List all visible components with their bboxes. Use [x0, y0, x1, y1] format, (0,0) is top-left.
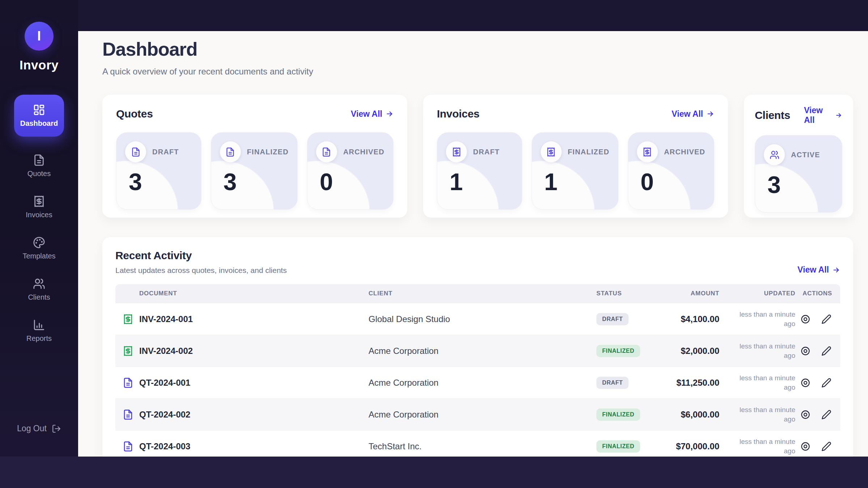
stat-label: ACTIVE: [791, 151, 820, 159]
document-id: INV-2024-001: [139, 314, 369, 324]
stat-value: 3: [224, 168, 289, 196]
sidebar-item-label: Invoices: [26, 211, 52, 219]
arrow-right-icon: [835, 111, 842, 119]
quotes-card-title: Quotes: [116, 108, 153, 120]
activity-table: DOCUMENT CLIENT STATUS AMOUNT UPDATED AC…: [115, 284, 840, 457]
status-badge: DRAFT: [596, 313, 629, 325]
edit-document-button[interactable]: [821, 377, 832, 389]
stat-label: DRAFT: [473, 148, 500, 156]
clients-view-all-link[interactable]: View All: [804, 106, 842, 125]
receipt-icon: [637, 141, 658, 162]
table-row[interactable]: INV-2024-001 Global Design Studio DRAFT …: [115, 303, 840, 335]
sidebar: I Invory Dashboard Quotes Invoices Templ…: [0, 0, 78, 457]
table-row[interactable]: INV-2024-002 Acme Corporation FINALIZED …: [115, 335, 840, 367]
table-row[interactable]: QT-2024-002 Acme Corporation FINALIZED $…: [115, 398, 840, 430]
document-id: QT-2024-003: [139, 441, 369, 451]
stat-value: 0: [320, 168, 384, 196]
activity-view-all-link[interactable]: View All: [797, 265, 840, 275]
page-title: Dashboard: [102, 38, 854, 60]
status-badge: FINALIZED: [596, 345, 640, 357]
eye-icon: [800, 314, 810, 324]
recent-activity-title: Recent Activity: [115, 249, 287, 262]
sidebar-item-label: Clients: [28, 293, 50, 301]
table-header-row: DOCUMENT CLIENT STATUS AMOUNT UPDATED AC…: [115, 284, 840, 303]
users-icon: [33, 278, 45, 290]
stat-value: 3: [767, 171, 833, 198]
invoices-card: Invoices View All DRAFT 1: [423, 95, 728, 218]
amount: $2,000.00: [658, 346, 719, 356]
bottom-bar: [0, 457, 868, 488]
arrow-right-icon: [832, 266, 840, 274]
document-id: INV-2024-002: [139, 346, 369, 356]
column-header-actions: ACTIONS: [795, 290, 840, 297]
sidebar-item-dashboard[interactable]: Dashboard: [14, 95, 64, 137]
document-id: QT-2024-002: [139, 410, 369, 420]
stat-label: FINALIZED: [568, 148, 609, 156]
file-text-icon: [125, 141, 146, 162]
sidebar-item-label: Reports: [26, 334, 52, 343]
eye-icon: [800, 441, 810, 451]
table-row[interactable]: QT-2024-003 TechStart Inc. FINALIZED $70…: [115, 430, 840, 457]
edit-document-button[interactable]: [821, 313, 832, 325]
view-document-button[interactable]: [800, 377, 811, 389]
app-logo-letter: I: [37, 29, 41, 44]
quotes-view-all-link[interactable]: View All: [351, 109, 393, 119]
app-name: Invory: [20, 58, 59, 72]
sidebar-item-quotes[interactable]: Quotes: [27, 154, 51, 178]
quotes-card: Quotes View All DRAFT 3: [102, 95, 407, 218]
logout-button[interactable]: Log Out: [17, 424, 61, 433]
amount: $70,000.00: [658, 441, 719, 451]
clients-card: Clients View All ACTIVE 3: [744, 95, 853, 218]
sidebar-nav: Dashboard Quotes Invoices Templates Clie…: [0, 95, 78, 343]
invoices-finalized-tile: FINALIZED 1: [532, 132, 618, 210]
sidebar-item-templates[interactable]: Templates: [22, 236, 55, 260]
invoice-icon: [123, 314, 139, 325]
edit-document-button[interactable]: [821, 345, 832, 357]
view-document-button[interactable]: [800, 313, 811, 325]
dashboard-grid-icon: [33, 104, 45, 116]
invoices-archived-tile: ARCHIVED 0: [628, 132, 714, 210]
view-document-button[interactable]: [800, 441, 811, 452]
sidebar-item-clients[interactable]: Clients: [28, 278, 50, 301]
updated-time: less than a minute ago: [719, 310, 795, 328]
invoices-draft-tile: DRAFT 1: [437, 132, 522, 210]
client-name: TechStart Inc.: [369, 441, 596, 451]
app-logo: I: [25, 22, 54, 51]
users-icon: [764, 144, 785, 165]
edit-document-button[interactable]: [821, 441, 832, 452]
column-header-updated: UPDATED: [719, 290, 795, 297]
view-all-label: View All: [351, 109, 382, 119]
receipt-icon: [446, 141, 467, 162]
recent-activity-card: Recent Activity Latest updates across qu…: [102, 237, 853, 457]
table-row[interactable]: QT-2024-001 Acme Corporation DRAFT $11,2…: [115, 367, 840, 398]
pencil-icon: [821, 314, 831, 324]
column-header-document: DOCUMENT: [139, 290, 369, 297]
client-name: Acme Corporation: [369, 410, 596, 420]
view-all-label: View All: [797, 265, 829, 275]
sidebar-item-label: Dashboard: [20, 119, 58, 128]
client-name: Global Design Studio: [369, 314, 596, 324]
sidebar-item-reports[interactable]: Reports: [26, 319, 52, 343]
client-name: Acme Corporation: [369, 346, 596, 356]
main-panel: Dashboard A quick overview of your recen…: [78, 31, 868, 457]
view-document-button[interactable]: [800, 409, 811, 420]
stat-value: 1: [450, 168, 513, 196]
pencil-icon: [821, 441, 831, 451]
file-text-icon: [316, 141, 337, 162]
quote-icon: [123, 377, 139, 388]
sidebar-item-invoices[interactable]: Invoices: [26, 195, 52, 219]
invoices-view-all-link[interactable]: View All: [672, 109, 714, 119]
clients-active-tile: ACTIVE 3: [755, 135, 842, 213]
recent-activity-subtitle: Latest updates across quotes, invoices, …: [115, 266, 287, 275]
stat-label: FINALIZED: [247, 148, 289, 156]
view-all-label: View All: [804, 106, 832, 125]
invoice-icon: [123, 346, 139, 356]
pencil-icon: [821, 346, 831, 356]
quotes-archived-tile: ARCHIVED 0: [307, 132, 393, 210]
eye-icon: [800, 410, 810, 420]
edit-document-button[interactable]: [821, 409, 832, 420]
amount: $11,250.00: [658, 378, 719, 388]
view-document-button[interactable]: [800, 345, 811, 357]
quotes-draft-tile: DRAFT 3: [116, 132, 201, 210]
amount: $4,100.00: [658, 314, 719, 324]
